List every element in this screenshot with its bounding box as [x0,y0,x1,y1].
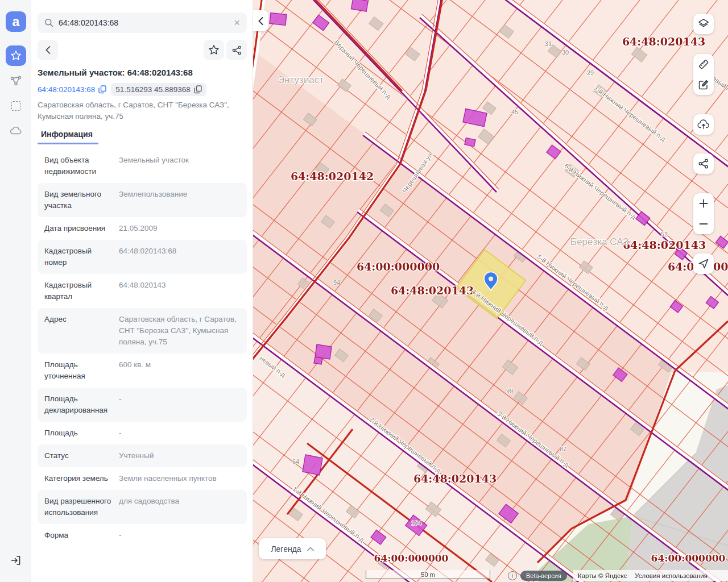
sidebar-item-polygon-tool[interactable] [6,70,26,91]
cadastral-map[interactable]: 64:48:020143 64:48:020142 64:00:000000 6… [253,0,728,582]
chevron-up-icon [307,547,314,551]
table-row: Вид разрешенного использованиядля садово… [38,490,247,524]
share-icon [232,45,242,55]
coordinates-chip[interactable]: 51.516293 45.889368 [111,83,206,96]
share-icon [693,153,714,174]
object-address: Саратовская область, г Саратов, СНТ "Бер… [38,99,242,122]
legend-label: Легенда [271,544,301,554]
table-row: Кадастровый квартал64:48:020143 [38,274,247,308]
info-value: 64:48:020143 [119,280,240,302]
navigate-icon [693,253,714,274]
quarter-label: 64:00:000000 [374,552,449,564]
parcel-number: 31 [545,40,552,47]
clear-search-icon[interactable]: × [234,18,240,28]
quarter-label: 64:48:020143 [413,472,497,485]
search-icon [44,18,53,27]
table-row: Вид объекта недвижимостиЗемельный участо… [38,149,247,183]
parcel-number: 52 [661,231,668,238]
locate-button[interactable] [693,253,714,274]
copy-icon[interactable] [98,85,106,94]
app-logo[interactable]: a [6,11,26,32]
info-value: Саратовская область, г Саратов, СНТ "Бер… [119,314,240,348]
chevron-left-icon [46,46,51,54]
coordinates-text: 51.516293 45.889368 [115,85,190,94]
ruler-icon [698,59,709,70]
legend-button[interactable]: Легенда [259,538,326,559]
parcel-number: 30 [562,49,569,56]
app-window: 64:48:020143 64:48:020142 64:00:000000 6… [0,0,728,582]
copy-icon[interactable] [194,85,202,94]
info-label: Площадь уточненная [44,359,119,382]
table-row: Вид земельного участкаЗемлепользование [38,183,247,217]
sidebar-item-area-select[interactable] [6,95,26,116]
info-value: Земельный участок [119,155,240,177]
search-input[interactable] [59,18,234,27]
scale-label: 50 m [421,571,435,578]
place-label: Энтузиаст [278,74,324,85]
info-button[interactable]: i [508,571,517,580]
search-bar[interactable]: × [38,13,247,33]
table-row: Кадастровый номер64:48:020143:68 [38,240,247,274]
info-value: - [119,393,240,416]
edit-button[interactable] [693,74,714,95]
table-row: Форма собственности- [38,524,247,543]
polygon-nodes-icon [10,74,22,87]
quarter-label: 64:48:020143 [623,239,706,251]
share-map-button[interactable] [693,153,714,174]
table-row: Площадь уточненная600 кв. м [38,354,247,388]
zoom-in-button[interactable] [693,193,714,214]
beta-badge: Beta-версия [520,571,567,581]
info-label: Форма собственности [44,530,119,543]
quarter-label: 64:00:000000 [651,552,726,564]
share-object-button[interactable] [226,40,247,60]
object-panel: × Земельный участок: 64:48:020143:68 64:… [31,0,253,582]
parcel-number: 94 [333,279,340,286]
parcel-number: 64 [292,458,299,465]
attribution-maps-link[interactable]: Карты © Яндекс [578,572,627,579]
info-label: Вид земельного участка [44,189,119,211]
panel-header [38,40,247,60]
parcel-number: 99 [506,388,513,394]
quarter-label: 64:00:000000 [357,260,440,273]
layers-button[interactable] [693,14,714,34]
info-value: Учтенный [119,450,240,462]
info-label: Вид объекта недвижимости [44,155,119,177]
sign-in-button[interactable] [6,550,26,571]
place-label: Берёзка САЗ [570,236,629,247]
map-scale-bar: 50 m [366,570,490,579]
cadastral-number-link[interactable]: 64:48:020143:68 [38,85,106,94]
tab-information[interactable]: Информация [41,130,93,139]
info-label: Адрес [44,314,119,348]
attribution-terms-link[interactable]: Условия использования [635,572,708,579]
address-line: Кумысная поляна, уч.75 [38,111,242,122]
table-row: Дата присвоения21.05.2009 [38,217,247,240]
info-label: Кадастровый номер [44,246,119,268]
info-label: Статус [44,450,119,462]
info-label: Вид разрешенного использования [44,496,119,518]
info-label: Кадастровый квартал [44,280,119,302]
zoom-out-button[interactable] [693,214,714,234]
table-row: АдресСаратовская область, г Саратов, СНТ… [38,308,247,354]
back-button[interactable] [38,40,58,60]
info-value: Землепользование [119,189,240,211]
info-label: Категория земель [44,473,119,484]
ruler-button[interactable] [693,54,714,74]
cloud-upload-icon [693,114,714,135]
sidebar-item-cloud[interactable] [6,120,26,141]
table-row: Категория земельЗемли населенных пунктов [38,467,247,490]
quarter-label: 64:48:020143 [622,35,705,48]
table-row: Площадь- [38,422,247,444]
chips-row: 64:48:020143:68 51.516293 45.889368 [38,83,206,96]
info-label: Площадь [44,427,119,439]
plus-icon [699,199,708,208]
sidebar-item-favorites[interactable] [6,45,26,66]
panel-collapse-button[interactable] [253,10,268,31]
info-label: Дата присвоения [44,223,119,234]
table-row: Площадь декларированная- [38,388,247,422]
parcel-number: 104 [411,519,421,526]
map-attribution: Карты © Яндекс Условия использования [573,570,728,581]
favorite-button[interactable] [204,40,224,60]
info-value: 64:48:020143:68 [119,246,240,268]
zoom-group [693,193,714,234]
upload-button[interactable] [693,114,714,135]
